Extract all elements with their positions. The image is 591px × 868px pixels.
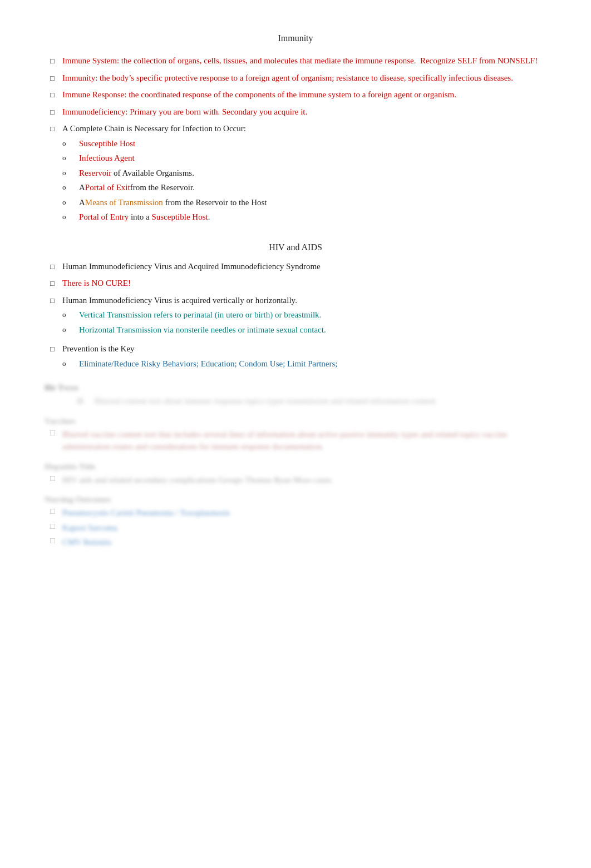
list-item-immunity: □ Immunity: the body’s specific protecti…	[50, 72, 546, 85]
bullet-hiv4: □	[50, 343, 62, 355]
blurred-nursing-item-3: □ CMV Retinitis	[50, 536, 546, 549]
bullet-hiv1: □	[50, 260, 62, 272]
blurred-vaccines-item: □ Blurred vaccine content text that incl…	[50, 428, 546, 453]
acquired-text: Human Immunodeficiency Virus is acquired…	[62, 294, 546, 339]
blurred-nursing-item-1: □ Pneumocystis Carinii Pneumonia / Toxop…	[50, 507, 546, 519]
immunodeficiency-text: Immunodeficiency: Primary you are born w…	[62, 106, 546, 118]
list-item-no-cure: □ There is NO CURE!	[50, 277, 546, 290]
bullet-5: □	[50, 122, 62, 135]
sub-item-eliminate: o Eliminate/Reduce Risky Behaviors; Educ…	[62, 358, 546, 370]
bullet-4: □	[50, 106, 62, 118]
bullet-2: □	[50, 72, 62, 84]
transmission-sub-list: o Vertical Transmission refers to perina…	[62, 309, 546, 336]
chain-text: A Complete Chain is Necessary for Infect…	[62, 122, 546, 226]
hiv-section-title: HIV and AIDS	[45, 242, 546, 252]
list-item-hiv-full: □ Human Immunodeficiency Virus and Acqui…	[50, 260, 546, 273]
sub-item-portal-entry: o Portal of Entry into a Susceptible Hos…	[62, 211, 546, 224]
sub-item-horizontal: o Horizontal Transmission via nonsterile…	[62, 324, 546, 336]
hiv-full-text: Human Immunodeficiency Virus and Acquire…	[62, 260, 546, 273]
immune-system-text: Immune System: the collection of organs,…	[62, 54, 546, 67]
blurred-section-1: Blr Tvccs □ Blurred content text about i…	[45, 383, 546, 408]
list-item-prevention: □ Prevention is the Key o Eliminate/Redu…	[50, 343, 546, 372]
list-item-chain: □ A Complete Chain is Necessary for Infe…	[50, 122, 546, 226]
blurred-nursing-item-2: □ Kaposi Sarcoma	[50, 522, 546, 534]
list-item-immunodeficiency: □ Immunodeficiency: Primary you are born…	[50, 106, 546, 118]
sub-item-means-transmission: o AMeans of Transmission from the Reserv…	[62, 196, 546, 209]
sub-item-vertical: o Vertical Transmission refers to perina…	[62, 309, 546, 321]
blurred-item-1: □ Blurred content text about immune resp…	[78, 395, 546, 408]
immunity-text: Immunity: the body’s specific protective…	[62, 72, 546, 85]
sub-item-susceptible-host: o Susceptible Host	[62, 137, 546, 150]
blurred-section-vaccines: Vaccines □ Blurred vaccine content text …	[45, 416, 546, 453]
prevention-sub-list: o Eliminate/Reduce Risky Behaviors; Educ…	[62, 358, 546, 370]
list-item-immune-response: □ Immune Response: the coordinated respo…	[50, 88, 546, 101]
no-cure-text: There is NO CURE!	[62, 277, 546, 290]
blurred-section-nursing: Nursing Outcomes □ Pneumocystis Carinii …	[45, 495, 546, 549]
list-item-acquired: □ Human Immunodeficiency Virus is acquir…	[50, 294, 546, 339]
immune-response-text: Immune Response: the coordinated respons…	[62, 88, 546, 101]
immunity-list: □ Immune System: the collection of organ…	[45, 54, 546, 226]
bullet-1: □	[50, 54, 62, 67]
bullet-hiv3: □	[50, 294, 62, 306]
list-item-immune-system: □ Immune System: the collection of organ…	[50, 54, 546, 67]
chain-sub-list: o Susceptible Host o Infectious Agent o …	[62, 137, 546, 224]
bullet-hiv2: □	[50, 277, 62, 289]
page-title: Immunity	[45, 33, 546, 43]
blurred-hepatitis-item: □ HIV aids and related secondary complic…	[50, 474, 546, 487]
blurred-section-hepatitis: Hepatitis Title □ HIV aids and related s…	[45, 462, 546, 487]
sub-item-portal-exit: o APortal of Exitfrom the Reservoir.	[62, 181, 546, 194]
bullet-3: □	[50, 88, 62, 101]
sub-item-infectious-agent: o Infectious Agent	[62, 152, 546, 165]
sub-item-reservoir: o Reservoir of Available Organisms.	[62, 167, 546, 180]
prevention-text: Prevention is the Key o Eliminate/Reduce…	[62, 343, 546, 372]
hiv-list: □ Human Immunodeficiency Virus and Acqui…	[45, 260, 546, 373]
